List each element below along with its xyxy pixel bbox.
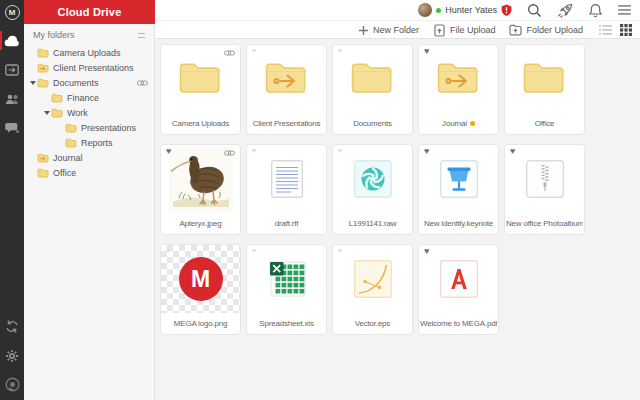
public-link-icon: [137, 79, 148, 87]
file-tile-new-identity-keynote[interactable]: ♥New identity.keynote: [418, 144, 499, 235]
favourite-heart-icon[interactable]: ♥: [166, 247, 170, 254]
notifications-bell-icon[interactable]: [588, 3, 603, 18]
online-status-dot: [436, 8, 441, 13]
nav-contacts[interactable]: [0, 86, 24, 111]
file-browser: Camera Uploads♥Client Presentations♥Docu…: [155, 39, 640, 400]
tile-label: Client Presentations: [248, 119, 325, 128]
sidebar-item-office[interactable]: Office: [24, 165, 154, 180]
sidebar-item-work[interactable]: Work: [24, 105, 154, 120]
user-name: Hunter Yates: [445, 5, 497, 15]
file-upload-button[interactable]: File Upload: [433, 24, 496, 37]
file-tile-new-office-photoalbum-zip[interactable]: ♥New office Photoalbum.zip: [504, 144, 585, 235]
file-tile-apteryx-jpeg[interactable]: ♥Apteryx.jpeg: [160, 144, 241, 235]
file-tile-l1991141-raw[interactable]: ♥L1991141.raw: [332, 144, 413, 235]
folder-tile-client-presentations[interactable]: ♥Client Presentations: [246, 44, 327, 135]
folder-tile-documents[interactable]: ♥Documents: [332, 44, 413, 135]
folder-icon: [65, 123, 77, 133]
rtf-file-icon: [247, 145, 326, 213]
search-icon[interactable]: [527, 3, 542, 18]
tile-label: Welcome to MEGA.pdf: [420, 319, 497, 328]
view-toggle: [599, 24, 632, 36]
menu-icon[interactable]: [618, 4, 631, 16]
favourite-heart-icon[interactable]: ♥: [252, 47, 256, 54]
sidebar-item-label: Client Presentations: [53, 63, 134, 73]
shared-folder-icon: [5, 64, 19, 76]
tile-label: Journal: [420, 119, 497, 128]
favourite-heart-icon[interactable]: ♥: [338, 247, 342, 254]
sidebar-item-journal[interactable]: Journal: [24, 150, 154, 165]
sidebar-item-label: Presentations: [81, 123, 136, 133]
favourite-heart-icon[interactable]: ♥: [424, 47, 429, 56]
sidebar-item-label: Finance: [67, 93, 99, 103]
contacts-icon: [5, 93, 20, 105]
folder-tree: Camera UploadsClient PresentationsDocume…: [24, 45, 154, 180]
favourite-heart-icon[interactable]: ♥: [510, 147, 515, 156]
file-tile-vector-eps[interactable]: ♥Vector.eps: [332, 244, 413, 335]
shared-folder-icon: [37, 63, 49, 73]
mega-logo-icon[interactable]: M: [0, 0, 24, 24]
rocket-upgrade-icon[interactable]: [557, 3, 573, 18]
folder-tile-camera-uploads[interactable]: Camera Uploads: [160, 44, 241, 135]
favourite-heart-icon[interactable]: ♥: [338, 147, 342, 154]
sidebar-item-label: Documents: [53, 78, 99, 88]
file-tile-draft-rtf[interactable]: ♥draft.rtf: [246, 144, 327, 235]
nav-sync[interactable]: [0, 314, 24, 339]
file-tile-welcome-to-mega-pdf[interactable]: ♥Welcome to MEGA.pdf: [418, 244, 499, 335]
sidebar-item-client-presentations[interactable]: Client Presentations: [24, 60, 154, 75]
page-title-bar: Cloud Drive: [24, 0, 155, 24]
tile-label: Office: [506, 119, 583, 128]
png-thumbnail: M: [161, 245, 240, 313]
lens-icon: [5, 377, 20, 392]
nav-chat[interactable]: [0, 115, 24, 140]
cloud-icon: [4, 35, 21, 47]
grid-view-icon[interactable]: [620, 24, 632, 36]
sidebar-item-finance[interactable]: Finance: [24, 90, 154, 105]
file-tile-spreadsheet-xls[interactable]: ♥Spreadsheet.xls: [246, 244, 327, 335]
membership-shield-icon: [501, 4, 512, 16]
caret-expanded-icon[interactable]: [28, 81, 37, 85]
nav-cloud-drive[interactable]: [0, 28, 24, 53]
sync-icon: [5, 320, 19, 333]
tile-label: New identity.keynote: [420, 219, 497, 228]
tile-label: L1991141.raw: [334, 219, 411, 228]
page-title: Cloud Drive: [58, 6, 122, 18]
avatar: [418, 3, 432, 17]
favourite-heart-icon[interactable]: ♥: [166, 147, 171, 156]
tile-label: MEGA logo.png: [162, 319, 239, 328]
user-menu[interactable]: Hunter Yates: [418, 3, 512, 17]
folder-upload-button[interactable]: Folder Upload: [509, 24, 583, 36]
sidebar-item-camera-uploads[interactable]: Camera Uploads: [24, 45, 154, 60]
nav-rail: M: [0, 0, 24, 400]
folder-icon: [37, 48, 49, 58]
mega-cloud-drive-app: M Cloud Drive: [0, 0, 640, 400]
sidebar-resize-grip[interactable]: [138, 33, 145, 38]
nav-settings[interactable]: [0, 343, 24, 368]
favourite-heart-icon[interactable]: ♥: [252, 147, 256, 154]
folder-tile-office[interactable]: Office: [504, 44, 585, 135]
sidebar-item-presentations[interactable]: Presentations: [24, 120, 154, 135]
folder-upload-icon: [509, 24, 522, 36]
sidebar-header: My folders: [24, 24, 154, 45]
folder-thumbnail: [333, 45, 412, 113]
favourite-heart-icon[interactable]: ♥: [424, 147, 429, 156]
favourite-heart-icon[interactable]: ♥: [424, 247, 429, 256]
topbar: Hunter Yates: [155, 0, 640, 21]
raw-file-icon: [333, 145, 412, 213]
folder-tile-journal[interactable]: ♥Journal: [418, 44, 499, 135]
shared-folder-icon: [37, 153, 49, 163]
chat-bubble-icon: [5, 122, 19, 134]
file-tile-mega-logo-png[interactable]: ♥MMEGA logo.png: [160, 244, 241, 335]
caret-expanded-icon[interactable]: [42, 111, 51, 115]
sidebar-item-documents[interactable]: Documents: [24, 75, 154, 90]
nav-incoming-shares[interactable]: [0, 57, 24, 82]
keynote-file-icon: [419, 145, 498, 213]
plus-icon: [358, 25, 369, 36]
new-folder-button[interactable]: New Folder: [358, 25, 419, 36]
list-view-icon[interactable]: [599, 24, 612, 36]
sidebar-item-reports[interactable]: Reports: [24, 135, 154, 150]
eps-file-icon: [333, 245, 412, 313]
sidebar-item-label: Office: [53, 168, 76, 178]
nav-app-lens[interactable]: [0, 372, 24, 397]
favourite-heart-icon[interactable]: ♥: [252, 247, 256, 254]
favourite-heart-icon[interactable]: ♥: [338, 47, 342, 54]
